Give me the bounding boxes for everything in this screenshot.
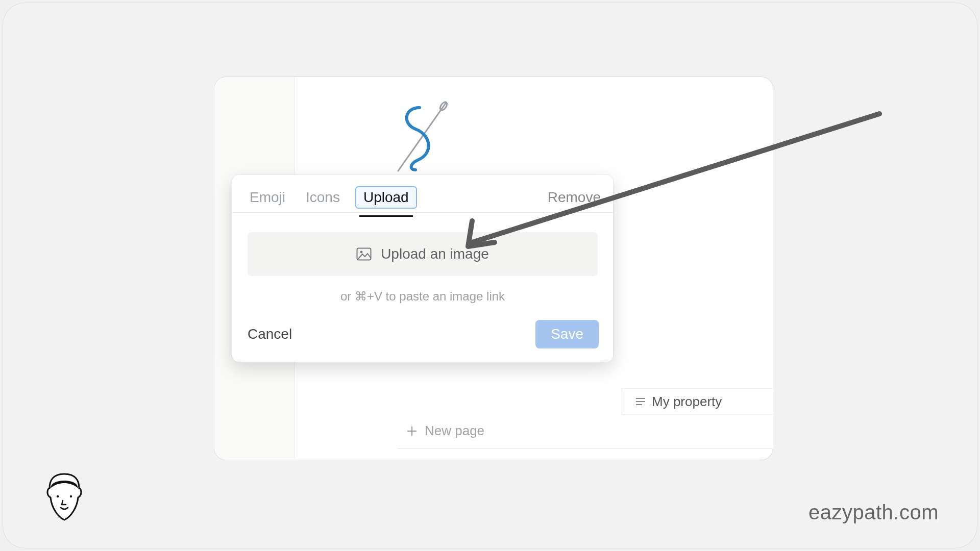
svg-point-10 <box>57 495 59 497</box>
icon-picker-tabs: Emoji Icons Upload Remove <box>232 175 613 213</box>
svg-point-8 <box>360 251 363 254</box>
tab-emoji[interactable]: Emoji <box>244 186 290 209</box>
presenter-avatar <box>42 471 86 524</box>
cancel-button[interactable]: Cancel <box>248 326 292 342</box>
svg-point-11 <box>70 495 72 497</box>
icon-picker-body: Upload an image or ⌘+V to paste an image… <box>232 213 613 314</box>
new-page-row[interactable]: New page <box>406 423 484 439</box>
tab-upload[interactable]: Upload <box>355 186 417 209</box>
svg-line-0 <box>398 103 446 171</box>
row-divider <box>397 448 773 449</box>
text-lines-icon <box>634 395 647 408</box>
save-button[interactable]: Save <box>535 320 599 348</box>
presentation-frame: My property New page Emoji Icons Upload … <box>3 3 977 548</box>
new-page-label: New page <box>425 423 484 439</box>
remove-icon-button[interactable]: Remove <box>548 189 601 206</box>
tab-icons[interactable]: Icons <box>301 186 345 209</box>
plus-icon <box>406 425 418 437</box>
database-properties-row: My property <box>622 388 773 415</box>
image-icon <box>356 247 372 261</box>
page-icon-needle-thread[interactable] <box>389 98 460 173</box>
property-my-property[interactable]: My property <box>622 389 734 414</box>
upload-image-label: Upload an image <box>381 246 489 262</box>
icon-picker-popover: Emoji Icons Upload Remove Upload an imag… <box>232 175 613 362</box>
paste-hint: or ⌘+V to paste an image link <box>248 276 598 308</box>
property-label: My property <box>652 394 722 410</box>
icon-picker-footer: Cancel Save <box>232 314 613 362</box>
watermark: eazypath.com <box>808 501 939 524</box>
upload-image-button[interactable]: Upload an image <box>248 232 598 276</box>
